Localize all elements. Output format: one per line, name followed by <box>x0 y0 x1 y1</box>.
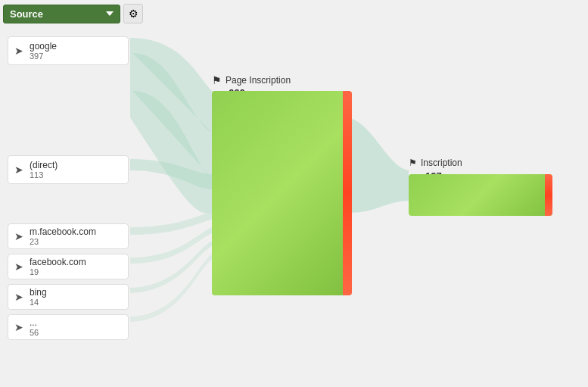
source-dropdown[interactable]: Source <box>3 5 120 23</box>
node-count-facebook: 19 <box>30 267 120 276</box>
arrow-icon: ➤ <box>14 261 23 273</box>
node-name-bing: bing <box>30 287 120 298</box>
node-count-bing: 14 <box>30 298 120 307</box>
node-name-facebook: facebook.com <box>30 257 120 267</box>
node-name-dots: ... <box>30 317 120 328</box>
node-count-direct: 113 <box>30 170 120 179</box>
node-name-direct: (direct) <box>30 160 120 170</box>
source-node-mfacebook[interactable]: ➤ m.facebook.com 23 <box>8 223 129 249</box>
source-node-dots[interactable]: ➤ ... 56 <box>8 314 129 340</box>
gear-icon: ⚙ <box>129 8 138 20</box>
node-count-google: 397 <box>30 51 120 61</box>
arrow-icon: ➤ <box>14 321 23 333</box>
arrow-icon: ➤ <box>14 164 23 176</box>
arrow-icon: ➤ <box>14 45 23 57</box>
source-node-direct[interactable]: ➤ (direct) 113 <box>8 155 129 184</box>
arrow-icon: ➤ <box>14 230 23 242</box>
chevron-down-icon <box>106 11 114 16</box>
node-name-mfacebook: m.facebook.com <box>30 226 120 237</box>
gear-button[interactable]: ⚙ <box>123 4 143 23</box>
node-count-mfacebook: 23 <box>30 237 120 246</box>
source-label: Source <box>10 8 43 20</box>
source-node-google[interactable]: ➤ google 397 <box>8 36 129 65</box>
node-name-google: google <box>30 41 120 51</box>
node-count-dots: 56 <box>30 328 120 337</box>
middle-node-label: Page Inscription <box>226 75 291 86</box>
arrow-icon: ➤ <box>14 291 23 303</box>
header-bar: Source ⚙ <box>3 4 143 23</box>
flag-icon: ⚑ <box>212 74 222 86</box>
source-node-bing[interactable]: ➤ bing 14 <box>8 284 129 310</box>
middle-node[interactable]: ⚑ Page Inscription 660 <box>212 76 352 280</box>
flag-icon-right: ⚑ <box>409 158 417 168</box>
right-node-label: Inscription <box>421 158 462 168</box>
right-node[interactable]: ⚑ Inscription 137 <box>409 159 552 201</box>
source-node-facebook[interactable]: ➤ facebook.com 19 <box>8 254 129 279</box>
